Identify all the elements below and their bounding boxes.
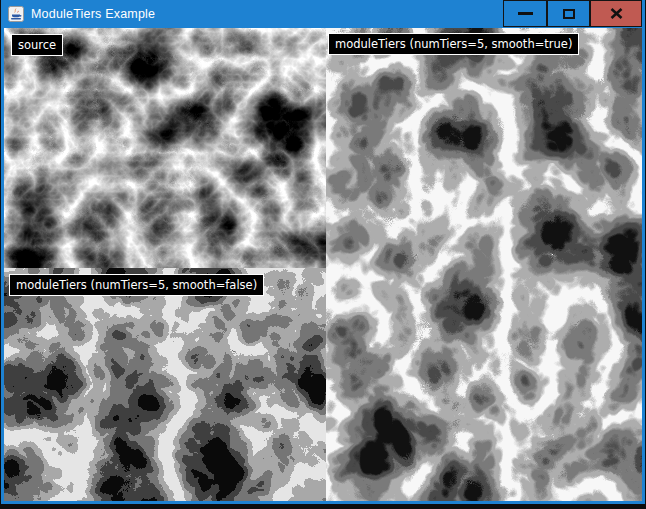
- panel-label-tiers-smooth: moduleTiers (numTiers=5, smooth=true): [328, 33, 579, 55]
- source-noise-image: [4, 28, 326, 268]
- maximize-button[interactable]: [547, 0, 590, 27]
- tiers-flat-noise-image: [4, 268, 326, 501]
- app-window: ModuleTiers Example source: [1, 0, 645, 504]
- tiers-smooth-noise-image: [326, 28, 642, 501]
- minimize-icon: [518, 12, 533, 15]
- titlebar[interactable]: ModuleTiers Example: [1, 0, 645, 28]
- maximize-icon: [563, 9, 575, 19]
- panel-tiers-smooth: moduleTiers (numTiers=5, smooth=true): [326, 28, 642, 501]
- panel-label-source: source: [11, 34, 63, 56]
- close-icon: [610, 8, 623, 19]
- minimize-button[interactable]: [503, 0, 547, 27]
- panel-source: source: [4, 28, 326, 268]
- close-button[interactable]: [590, 0, 642, 27]
- window-controls: [503, 0, 642, 28]
- panel-label-tiers-flat: moduleTiers (numTiers=5, smooth=false): [9, 274, 264, 296]
- java-coffee-cup-icon: [8, 6, 24, 22]
- render-canvas: source moduleTiers (numTiers=5, smooth=f…: [1, 28, 645, 504]
- window-title: ModuleTiers Example: [31, 7, 155, 21]
- panel-tiers-flat: moduleTiers (numTiers=5, smooth=false): [4, 268, 326, 501]
